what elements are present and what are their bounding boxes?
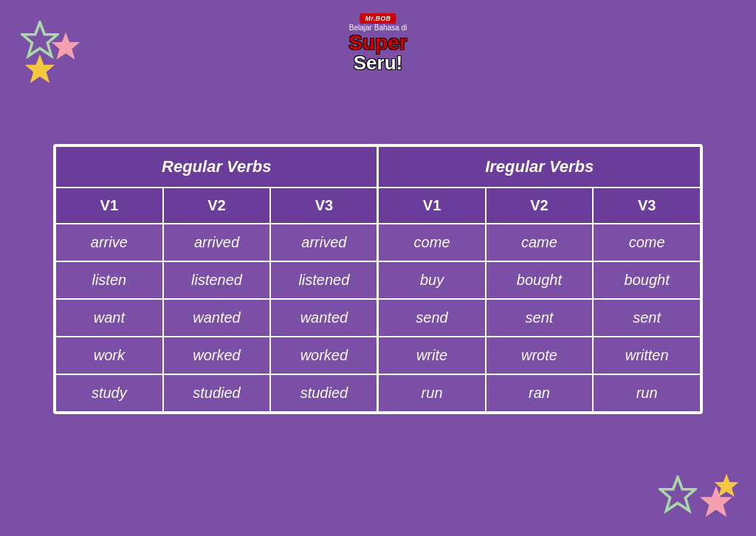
table-row: arrivearrivedarrivedcomecamecome <box>55 224 701 261</box>
logo: Mr.BOB Belajar Bahasa di Super Seru! <box>348 13 407 72</box>
table-cell: bought <box>486 261 594 299</box>
table-row: listenlistenedlistenedbuyboughtbought <box>55 261 701 299</box>
svg-marker-3 <box>660 477 695 511</box>
table-cell: write <box>378 337 486 374</box>
table-cell: wanted <box>270 299 378 337</box>
col-v1-irregular: V1 <box>378 188 486 224</box>
page-container: Mr.BOB Belajar Bahasa di Super Seru! Reg… <box>0 0 756 536</box>
column-header-row: V1 V2 V3 V1 V2 V3 <box>55 188 701 224</box>
table-cell: sent <box>593 299 701 337</box>
col-v2-regular: V2 <box>163 188 271 224</box>
table-cell: wanted <box>163 299 271 337</box>
col-v3-irregular: V3 <box>593 188 701 224</box>
table-cell: run <box>378 374 486 412</box>
table-cell: buy <box>378 261 486 299</box>
table-row: wantwantedwantedsendsentsent <box>55 299 701 337</box>
table-cell: arrive <box>55 224 163 261</box>
table-cell: sent <box>486 299 594 337</box>
table-row: studystudiedstudiedrunranrun <box>55 374 701 412</box>
table-cell: studied <box>270 374 378 412</box>
table-cell: listen <box>55 261 163 299</box>
table-cell: run <box>593 374 701 412</box>
table-cell: wrote <box>486 337 594 374</box>
table-cell: study <box>55 374 163 412</box>
table-cell: bought <box>593 261 701 299</box>
table-cell: come <box>378 224 486 261</box>
table-cell: worked <box>270 337 378 374</box>
table-cell: come <box>593 224 701 261</box>
verb-table-wrapper: Regular Verbs Iregular Verbs V1 V2 V3 V1… <box>53 144 703 414</box>
svg-marker-2 <box>25 55 55 83</box>
table-cell: ran <box>486 374 594 412</box>
regular-verbs-header: Regular Verbs <box>55 146 378 188</box>
irregular-verbs-header: Iregular Verbs <box>378 146 701 188</box>
table-cell: send <box>378 299 486 337</box>
star-yellow-top-left <box>24 53 56 86</box>
verb-table: Regular Verbs Iregular Verbs V1 V2 V3 V1… <box>55 145 701 413</box>
logo-mrbob: Mr.BOB <box>360 13 396 24</box>
table-cell: arrived <box>270 224 378 261</box>
table-cell: arrived <box>163 224 271 261</box>
table-cell: listened <box>270 261 378 299</box>
svg-marker-5 <box>714 473 738 497</box>
table-cell: studied <box>163 374 271 412</box>
table-cell: work <box>55 337 163 374</box>
table-cell: worked <box>163 337 271 374</box>
table-row: workworkedworkedwritewrotewritten <box>55 337 701 374</box>
table-cell: want <box>55 299 163 337</box>
section-header-row: Regular Verbs Iregular Verbs <box>55 146 701 188</box>
star-green-bottom-right <box>659 475 697 514</box>
table-cell: written <box>593 337 701 374</box>
logo-super: Super <box>348 32 407 53</box>
col-v1-regular: V1 <box>55 188 163 224</box>
col-v2-irregular: V2 <box>486 188 594 224</box>
table-cell: listened <box>163 261 271 299</box>
logo-seru: Seru! <box>354 53 402 72</box>
table-cell: came <box>486 224 594 261</box>
star-yellow-bottom-right <box>713 473 740 499</box>
col-v3-regular: V3 <box>270 188 378 224</box>
